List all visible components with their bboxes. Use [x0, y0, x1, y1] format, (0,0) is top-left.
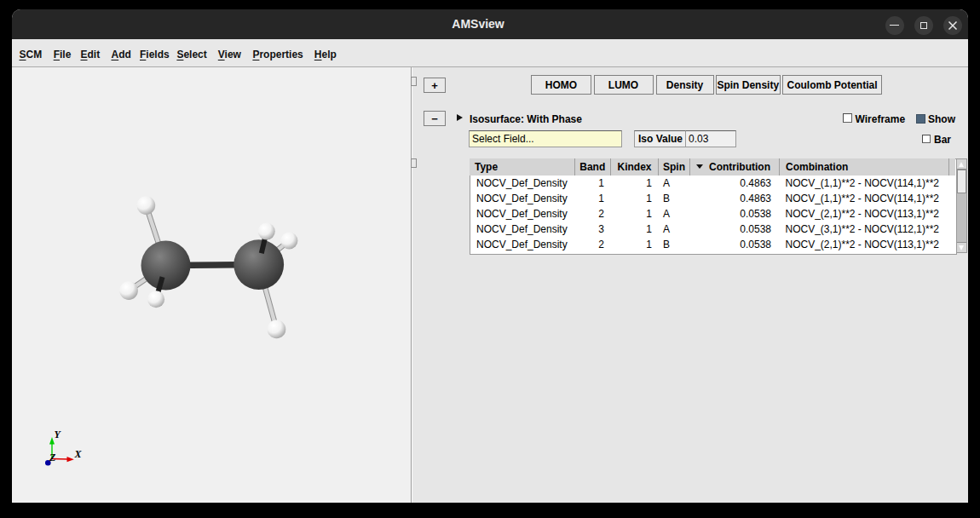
svg-text:Y: Y [55, 429, 62, 440]
svg-text:Z: Z [49, 452, 56, 463]
svg-text:X: X [74, 448, 83, 460]
